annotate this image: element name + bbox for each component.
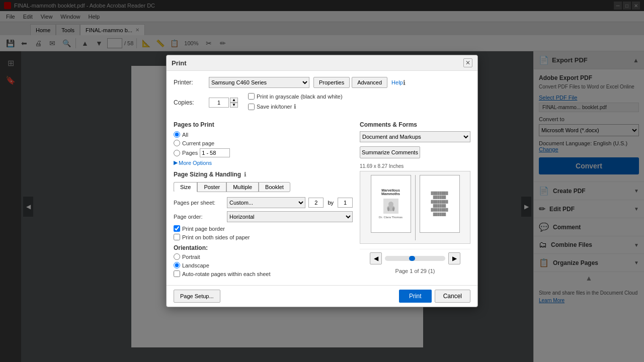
page-setup-button[interactable]: Page Setup... — [174, 290, 220, 303]
preview-pages: MarvellousMammoths Dr. Clara — [371, 175, 460, 240]
page-order-row: Page order: Horizontal — [174, 211, 353, 222]
grayscale-row: Print in grayscale (black and white) — [248, 93, 343, 100]
preview-page-1-image — [383, 199, 398, 214]
print-border-label: Print page border — [182, 226, 225, 232]
both-sides-label: Print on both sides of paper — [182, 234, 250, 240]
current-page-label: Current page — [182, 140, 214, 146]
page-info: Page 1 of 29 (1) — [395, 268, 435, 274]
pages-per-sheet-label: Pages per sheet: — [174, 200, 224, 206]
page-indicator-dot — [409, 256, 415, 261]
dialog-close-button[interactable]: ✕ — [463, 58, 472, 67]
size-info: 11.69 x 8.27 Inches — [360, 163, 470, 169]
more-options-label: More Options — [179, 160, 212, 166]
dialog-title: Print — [172, 59, 187, 67]
pages-to-print-title: Pages to Print — [174, 121, 353, 128]
grayscale-checkbox[interactable] — [248, 93, 255, 100]
copies-label: Copies: — [174, 99, 209, 106]
size-tab-multiple[interactable]: Multiple — [226, 182, 259, 192]
svg-point-2 — [387, 207, 389, 211]
pages-range-row: Pages — [174, 148, 353, 157]
preview-page-1: MarvellousMammoths Dr. Clara — [371, 175, 411, 233]
footer-buttons: Print Cancel — [399, 290, 470, 303]
dialog-titlebar: Print ✕ — [167, 55, 477, 71]
more-options-link[interactable]: ▶ More Options — [174, 159, 353, 166]
auto-rotate-checkbox[interactable] — [174, 270, 180, 277]
preview-page-2: ████████ ██████ ████████ ██████ ████████… — [420, 175, 460, 233]
save-ink-info-icon: ℹ — [294, 103, 296, 110]
help-icon[interactable]: ℹ — [403, 79, 406, 86]
copies-input[interactable] — [209, 98, 229, 108]
pages-range-input[interactable] — [200, 148, 230, 157]
both-sides-checkbox[interactable] — [174, 234, 180, 240]
svg-point-1 — [388, 202, 393, 207]
pages-range-radio[interactable] — [174, 150, 180, 156]
summarize-button[interactable]: Summarize Comments — [360, 146, 420, 158]
print-button-dialog[interactable]: Print — [399, 290, 432, 303]
pages-per-sheet-select[interactable]: Custom... — [227, 197, 305, 208]
copies-row: Copies: ▲ ▼ Print in grayscale (black an… — [174, 93, 470, 112]
printer-select[interactable]: Samsung C460 Series — [209, 77, 309, 88]
page-sizing-header: Page Sizing & Handling ℹ — [174, 171, 353, 178]
save-ink-row: Save ink/toner ℹ — [248, 103, 343, 110]
copies-down-button[interactable]: ▼ — [230, 103, 238, 108]
comments-forms-title: Comments & Forms — [360, 121, 470, 128]
dialog-overlay: Print ✕ Printer: Samsung C460 Series Pro… — [0, 0, 644, 362]
save-ink-label: Save ink/toner — [257, 104, 292, 110]
pagination-row: ◀ ▶ — [360, 249, 470, 267]
copies-up-button[interactable]: ▲ — [230, 98, 238, 103]
help-link[interactable]: Help — [391, 79, 403, 85]
size-tab-size[interactable]: Size — [174, 182, 197, 192]
print-dialog: Print ✕ Printer: Samsung C460 Series Pro… — [166, 55, 478, 307]
size-tab-poster[interactable]: Poster — [197, 182, 226, 192]
auto-rotate-label: Auto-rotate pages within each sheet — [182, 271, 271, 277]
next-preview-button[interactable]: ▶ — [448, 252, 460, 264]
landscape-label: Landscape — [182, 262, 209, 268]
page-order-select[interactable]: Horizontal — [227, 211, 353, 222]
size-tab-booklet[interactable]: Booklet — [259, 182, 290, 192]
preview-page-1-title: MarvellousMammoths — [381, 189, 400, 196]
page-order-label: Page order: — [174, 214, 224, 220]
cancel-button[interactable]: Cancel — [435, 290, 470, 303]
print-border-row: Print page border — [174, 225, 353, 232]
preview-page-2-content: ████████ ██████ ████████ ██████ ████████… — [431, 191, 448, 216]
size-tabs: Size Poster Multiple Booklet — [174, 182, 353, 192]
properties-button[interactable]: Properties — [313, 77, 350, 88]
page-sizing-info-icon: ℹ — [244, 171, 247, 178]
prev-preview-button[interactable]: ◀ — [370, 252, 382, 264]
pages-label: Pages — [182, 150, 198, 156]
current-page-radio[interactable] — [174, 140, 180, 146]
landscape-radio[interactable] — [174, 262, 180, 268]
save-ink-checkbox[interactable] — [248, 104, 255, 110]
pages-x-input[interactable] — [308, 198, 324, 208]
printer-row: Printer: Samsung C460 Series Properties … — [174, 77, 470, 88]
landscape-row: Landscape — [174, 262, 353, 268]
comments-select[interactable]: Document and Markups — [360, 131, 470, 142]
all-pages-radio[interactable] — [174, 131, 180, 138]
svg-point-3 — [392, 207, 394, 211]
page-sizing-title: Page Sizing & Handling — [174, 171, 241, 178]
portrait-label: Portrait — [182, 254, 200, 260]
current-page-row: Current page — [174, 140, 353, 146]
pages-y-input[interactable] — [338, 198, 353, 208]
page-info-row: Page 1 of 29 (1) — [360, 267, 470, 275]
dialog-footer: Page Setup... Print Cancel — [167, 285, 477, 307]
preview-divider — [415, 175, 416, 240]
more-options-arrow: ▶ — [174, 159, 178, 166]
both-sides-row: Print on both sides of paper — [174, 234, 353, 240]
portrait-row: Portrait — [174, 253, 353, 260]
all-pages-row: All — [174, 131, 353, 138]
printer-label: Printer: — [174, 79, 209, 86]
advanced-button[interactable]: Advanced — [352, 77, 387, 88]
dialog-right: Comments & Forms Document and Markups Su… — [360, 117, 470, 279]
preview-page-1-sub: Dr. Clara Thomas — [379, 216, 403, 219]
dialog-left: Pages to Print All Current page Pages — [174, 117, 353, 279]
grayscale-label: Print in grayscale (black and white) — [257, 94, 343, 100]
preview-area: MarvellousMammoths Dr. Clara — [360, 171, 470, 244]
dialog-columns: Pages to Print All Current page Pages — [174, 117, 470, 279]
copies-spinner: ▲ ▼ — [230, 98, 238, 108]
dialog-body: Printer: Samsung C460 Series Properties … — [167, 71, 477, 285]
print-border-checkbox[interactable] — [174, 225, 180, 232]
portrait-radio[interactable] — [174, 253, 180, 260]
page-indicator-bar — [385, 256, 445, 261]
by-label: by — [328, 200, 334, 206]
